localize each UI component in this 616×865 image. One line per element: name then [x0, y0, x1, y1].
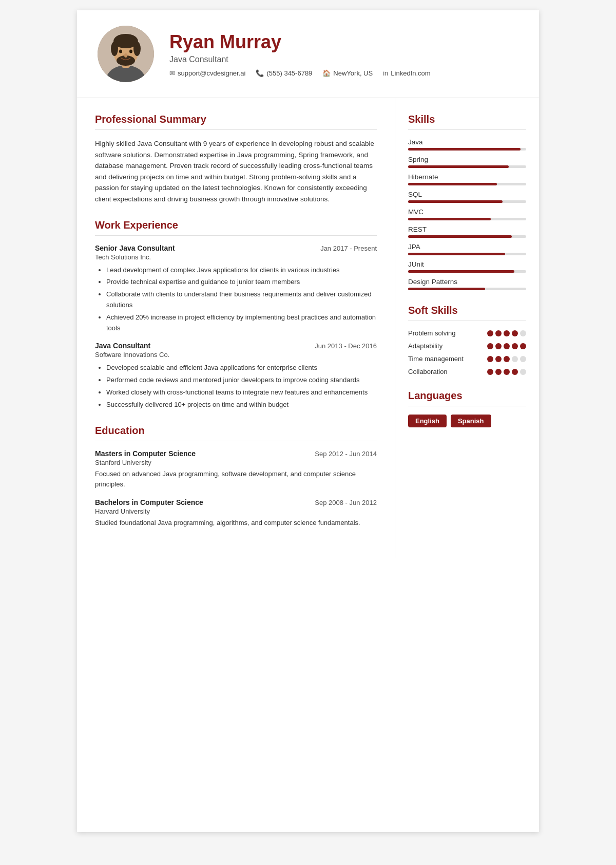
edu-1-dates: Sep 2012 - Jun 2014	[315, 450, 377, 458]
job-2-dates: Jun 2013 - Dec 2016	[315, 342, 377, 350]
skill-hibernate: Hibernate	[408, 173, 526, 185]
candidate-name: Ryan Murray	[169, 31, 431, 53]
dot	[512, 356, 518, 362]
skill-rest-label: REST	[408, 225, 526, 233]
left-column: Professional Summary Highly skilled Java…	[77, 98, 395, 558]
soft-skill-time-management-label: Time management	[408, 355, 487, 363]
skill-junit-bar	[408, 270, 526, 273]
dot	[495, 343, 502, 349]
list-item: Developed scalable and efficient Java ap…	[106, 363, 377, 373]
linkedin-icon: in	[383, 69, 388, 77]
language-tags: English Spanish	[408, 415, 526, 427]
job-1-header: Senior Java Consultant Jan 2017 - Presen…	[95, 244, 377, 252]
avatar	[98, 26, 154, 82]
skill-jpa: JPA	[408, 243, 526, 255]
edu-2-desc: Studied foundational Java programming, a…	[95, 518, 377, 529]
list-item: Collaborate with clients to understand t…	[106, 289, 377, 311]
edu-divider	[95, 441, 377, 441]
email-contact: ✉ support@cvdesigner.ai	[169, 69, 245, 77]
summary-text: Highly skilled Java Consultant with 9 ye…	[95, 138, 377, 205]
svg-point-6	[133, 42, 141, 56]
skills-divider	[408, 129, 526, 130]
dot	[487, 330, 493, 336]
skill-sql-label: SQL	[408, 191, 526, 198]
dot	[520, 356, 526, 362]
job-1-company: Tech Solutions Inc.	[95, 253, 377, 261]
work-divider	[95, 235, 377, 236]
job-1-bullets: Lead development of complex Java applica…	[95, 265, 377, 334]
skill-java: Java	[408, 138, 526, 151]
job-1-title: Senior Java Consultant	[95, 244, 175, 252]
dots-problem-solving	[487, 330, 526, 336]
skill-junit: JUnit	[408, 260, 526, 273]
linkedin-value: LinkedIn.com	[391, 69, 430, 77]
summary-divider	[95, 129, 377, 130]
svg-point-8	[119, 50, 122, 53]
phone-contact: 📞 (555) 345-6789	[256, 69, 312, 77]
job-2-company: Software Innovations Co.	[95, 351, 377, 359]
skill-rest-bar	[408, 235, 526, 238]
languages-divider	[408, 406, 526, 406]
job-2-title: Java Consultant	[95, 342, 150, 350]
skill-sql-bar	[408, 200, 526, 203]
skill-spring-bar	[408, 165, 526, 168]
dot	[495, 330, 502, 336]
dot	[520, 343, 526, 349]
contact-bar: ✉ support@cvdesigner.ai 📞 (555) 345-6789…	[169, 69, 431, 77]
soft-skill-adaptability: Adaptability	[408, 342, 526, 350]
svg-point-10	[124, 53, 127, 58]
location-contact: 🏠 NewYork, US	[322, 69, 373, 77]
list-item: Successfully delivered 10+ projects on t…	[106, 400, 377, 410]
list-item: Lead development of complex Java applica…	[106, 265, 377, 276]
skill-rest: REST	[408, 225, 526, 238]
skill-jpa-label: JPA	[408, 243, 526, 251]
skill-spring-label: Spring	[408, 156, 526, 163]
list-item: Achieved 20% increase in project efficie…	[106, 312, 377, 334]
language-english: English	[408, 415, 447, 427]
soft-skill-time-management: Time management	[408, 355, 526, 363]
soft-skill-adaptability-label: Adaptability	[408, 342, 487, 350]
dot	[487, 356, 493, 362]
skills-section: Skills Java Spring Hibernate	[408, 114, 526, 290]
dot	[487, 369, 493, 375]
skill-hibernate-bar	[408, 183, 526, 185]
job-1-dates: Jan 2017 - Present	[320, 245, 377, 252]
edu-2-dates: Sep 2008 - Jun 2012	[315, 499, 377, 506]
summary-section: Professional Summary Highly skilled Java…	[95, 114, 377, 205]
skill-design-patterns: Design Patterns	[408, 278, 526, 290]
languages-section: Languages English Spanish	[408, 390, 526, 427]
skill-design-patterns-label: Design Patterns	[408, 278, 526, 286]
email-value: support@cvdesigner.ai	[178, 69, 245, 77]
languages-title: Languages	[408, 390, 526, 402]
candidate-title: Java Consultant	[169, 55, 431, 64]
skill-hibernate-label: Hibernate	[408, 173, 526, 181]
skill-mvc-label: MVC	[408, 208, 526, 216]
resume-header: Ryan Murray Java Consultant ✉ support@cv…	[77, 10, 539, 98]
edu-1-degree: Masters in Computer Science	[95, 449, 196, 458]
dot	[504, 330, 510, 336]
soft-skill-problem-solving: Problem solving	[408, 329, 526, 337]
resume-body: Professional Summary Highly skilled Java…	[77, 98, 539, 558]
skill-mvc-bar	[408, 218, 526, 220]
job-2-bullets: Developed scalable and efficient Java ap…	[95, 363, 377, 410]
phone-icon: 📞	[256, 69, 264, 77]
soft-skill-collaboration-label: Collaboration	[408, 368, 487, 375]
header-info: Ryan Murray Java Consultant ✉ support@cv…	[169, 31, 431, 77]
skill-junit-label: JUnit	[408, 260, 526, 268]
resume-container: Ryan Murray Java Consultant ✉ support@cv…	[77, 10, 539, 832]
dot	[487, 343, 493, 349]
edu-2-header: Bachelors in Computer Science Sep 2008 -…	[95, 498, 377, 506]
language-spanish: Spanish	[451, 415, 491, 427]
dot	[495, 369, 502, 375]
dots-time-management	[487, 356, 526, 362]
dot	[512, 369, 518, 375]
dot	[504, 356, 510, 362]
dot	[504, 369, 510, 375]
svg-point-9	[129, 50, 132, 53]
edu-1-desc: Focused on advanced Java programming, so…	[95, 469, 377, 491]
soft-skill-problem-solving-label: Problem solving	[408, 329, 487, 337]
list-item: Performed code reviews and mentored juni…	[106, 375, 377, 386]
dots-adaptability	[487, 343, 526, 349]
dot	[520, 369, 526, 375]
soft-skill-collaboration: Collaboration	[408, 368, 526, 375]
